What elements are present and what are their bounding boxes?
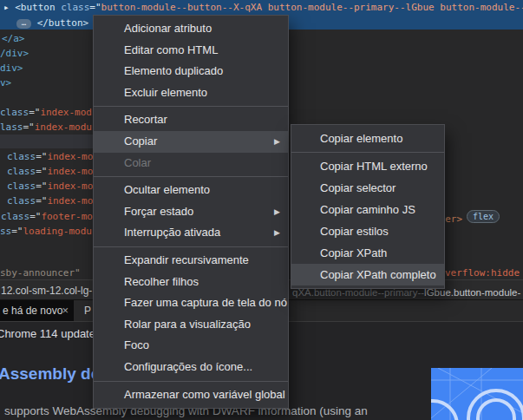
attr-value: index-mod bbox=[40, 107, 92, 118]
menu-item-hide-element[interactable]: Ocultar elemento bbox=[94, 180, 288, 201]
selected-node-line2[interactable]: … </button> ( bbox=[16, 16, 100, 30]
tree-row[interactable]: div> bbox=[0, 61, 23, 75]
menu-item-copy[interactable]: Copiar▶ bbox=[94, 131, 288, 153]
submenu-arrow-icon: ▶ bbox=[274, 222, 280, 244]
tree-row[interactable]: /div> bbox=[0, 46, 29, 61]
menu-item-force-state[interactable]: Forçar estado▶ bbox=[94, 201, 288, 223]
attr-value: index-mo bbox=[47, 166, 93, 177]
tab-whats-new[interactable]: e há de novo× bbox=[0, 300, 74, 321]
submenu-arrow-icon: ▶ bbox=[274, 201, 280, 223]
attr-value: index-mo bbox=[47, 195, 93, 207]
attr-name: class bbox=[7, 195, 36, 207]
attr-name: class bbox=[0, 107, 29, 118]
submenu-item-copy-js-path[interactable]: Copiar caminho JS bbox=[291, 199, 444, 220]
attr-value: button-module--button--X-qXA button-modu… bbox=[101, 2, 523, 13]
flex-badge[interactable]: flex bbox=[467, 210, 500, 223]
attr-name: class bbox=[1, 211, 29, 222]
menu-item-expand-recursively[interactable]: Expandir recursivamente bbox=[94, 250, 288, 272]
menu-item-badge-settings[interactable]: Configurações do ícone... bbox=[94, 357, 288, 378]
attr-eq: =" bbox=[36, 166, 47, 177]
submenu-item-copy-styles[interactable]: Copiar estilos bbox=[291, 220, 444, 242]
submenu-item-copy-selector[interactable]: Copiar selector bbox=[291, 177, 444, 199]
attr-eq: =" bbox=[29, 211, 41, 222]
tree-row-dim-fragment[interactable]: sby-announcer" bbox=[0, 266, 81, 280]
menu-item-break-on[interactable]: Interrupção ativada▶ bbox=[94, 222, 288, 244]
tree-row[interactable]: class="index-mo bbox=[7, 179, 93, 194]
menu-item-label: Forçar estado bbox=[124, 205, 193, 218]
tree-row[interactable]: class="index-mod bbox=[0, 105, 92, 120]
attr-value: index-mo bbox=[47, 151, 93, 162]
tree-row[interactable]: ss="loading-modu bbox=[0, 224, 92, 239]
attr-value: index-mo bbox=[47, 180, 93, 192]
attr-name: class bbox=[7, 151, 36, 162]
attr-eq: =" bbox=[89, 2, 101, 13]
attr-name: class bbox=[56, 2, 90, 13]
menu-separator bbox=[291, 152, 444, 153]
attr-value: footer-mo bbox=[41, 211, 93, 222]
menu-item-scroll-into-view[interactable]: Rolar para a visualização bbox=[94, 314, 288, 336]
tree-row-hover[interactable] bbox=[0, 135, 93, 148]
attr-eq: =" bbox=[11, 226, 23, 237]
whats-new-illustration bbox=[431, 368, 523, 420]
attr-eq: =" bbox=[36, 151, 47, 162]
expand-arrow-icon[interactable]: ▸ bbox=[3, 2, 10, 13]
closing-tag: </button> bbox=[37, 17, 89, 29]
selected-node-line1[interactable]: ▸ <button class="button-module--button--… bbox=[3, 0, 523, 15]
tag-open: <button bbox=[15, 2, 55, 13]
menu-item-add-attribute[interactable]: Adicionar atributo bbox=[94, 18, 288, 40]
menu-item-paste: Colar bbox=[94, 153, 288, 174]
menu-item-delete-element[interactable]: Excluir elemento bbox=[94, 82, 288, 104]
tree-row[interactable]: lass="index-modu bbox=[0, 120, 92, 135]
menu-item-collapse-children[interactable]: Recolher filhos bbox=[94, 272, 288, 293]
attr-name: class bbox=[7, 166, 36, 177]
menu-item-duplicate-element[interactable]: Elemento duplicado bbox=[94, 61, 288, 82]
tree-row[interactable]: class="index-mo bbox=[7, 164, 93, 179]
context-menu: Adicionar atributo Editar como HTML Elem… bbox=[93, 15, 289, 409]
menu-item-capture-node-screenshot[interactable]: Fazer uma captura de tela do nó bbox=[94, 292, 288, 314]
copy-submenu: Copiar elemento Copiar HTML externo Copi… bbox=[291, 124, 445, 289]
submenu-item-copy-outer-html[interactable]: Copiar HTML externo bbox=[291, 155, 444, 177]
overflow-style-fragment: verflow:hidde bbox=[445, 266, 520, 280]
tree-row[interactable]: class="index-mo bbox=[7, 194, 93, 208]
attr-name: class bbox=[7, 180, 36, 192]
tree-row[interactable]: class="footer-mo bbox=[1, 209, 93, 224]
attr-value: loading-modu bbox=[23, 226, 92, 237]
menu-separator bbox=[94, 381, 288, 382]
breadcrumb-item[interactable]: 12.col-sm-12.col-lg- bbox=[1, 285, 92, 297]
submenu-item-copy-element[interactable]: Copiar elemento bbox=[291, 128, 444, 149]
attr-eq: =" bbox=[36, 195, 47, 207]
attr-name: lass bbox=[0, 121, 23, 133]
menu-item-label: Interrupção ativada bbox=[124, 226, 220, 239]
attr-name: ss bbox=[0, 226, 11, 237]
attr-eq: =" bbox=[36, 180, 47, 192]
menu-separator bbox=[94, 176, 288, 177]
tree-row[interactable]: </a> bbox=[2, 31, 25, 46]
menu-item-edit-as-html[interactable]: Editar como HTML bbox=[94, 40, 288, 62]
close-icon[interactable]: × bbox=[62, 300, 69, 321]
submenu-item-copy-xpath[interactable]: Copiar XPath bbox=[291, 242, 444, 264]
menu-separator bbox=[94, 106, 288, 107]
tree-row[interactable]: v> bbox=[0, 75, 11, 90]
menu-item-label: Copiar bbox=[124, 135, 157, 148]
inline-expand-button[interactable]: … bbox=[16, 19, 31, 29]
submenu-arrow-icon: ▶ bbox=[274, 131, 280, 153]
menu-separator bbox=[94, 246, 288, 247]
tab-next-fragment[interactable]: P bbox=[84, 300, 91, 321]
attr-eq: =" bbox=[23, 121, 35, 133]
devtools-window: ▸ <button class="button-module--button--… bbox=[0, 0, 523, 420]
menu-item-store-as-global-variable[interactable]: Armazenar como variável global bbox=[94, 384, 288, 406]
menu-item-cut[interactable]: Recortar bbox=[94, 109, 288, 131]
blueprint-circles-graphic bbox=[431, 368, 523, 420]
attr-value: index-modu bbox=[35, 121, 92, 133]
menu-item-focus[interactable]: Foco bbox=[94, 335, 288, 357]
attr-eq: =" bbox=[29, 107, 40, 118]
whats-new-kicker: Chrome 114 update bbox=[0, 327, 95, 340]
tree-row[interactable]: class="index-mo bbox=[7, 149, 93, 164]
submenu-item-copy-full-xpath[interactable]: Copiar XPath completo bbox=[291, 264, 444, 285]
tab-label: e há de novo bbox=[3, 305, 62, 317]
